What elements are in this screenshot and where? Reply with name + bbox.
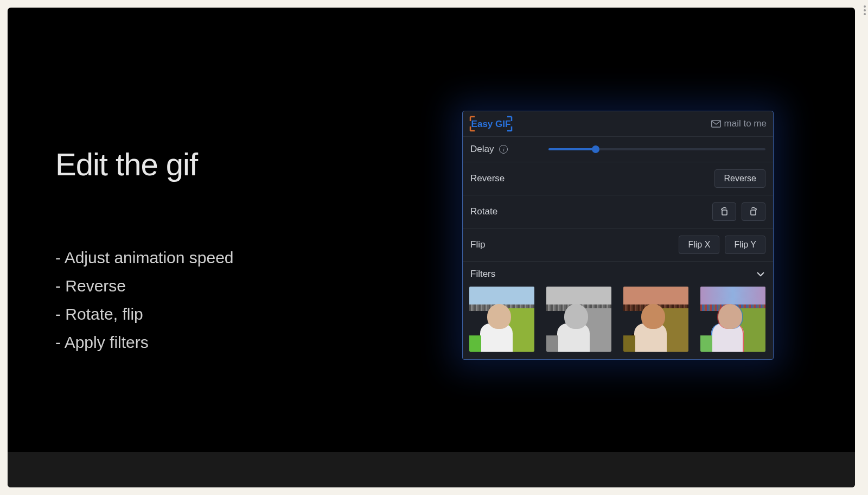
window-drag-handle [864,5,866,15]
slider-thumb[interactable] [592,145,599,153]
flip-y-button[interactable]: Flip Y [725,236,765,254]
mail-icon [711,120,721,128]
outer-window: Edit the gif - Adjust animation speed - … [1,1,855,494]
list-item: - Apply filters [55,329,234,356]
svg-text:Easy GIF: Easy GIF [471,119,511,129]
app-logo: Easy GIF [468,116,514,132]
rotate-left-button[interactable] [712,202,736,221]
filter-thumbnails [463,287,773,359]
flip-label: Flip [470,239,485,250]
reverse-row: Reverse Reverse [463,162,773,195]
rotate-row: Rotate [463,195,773,229]
page-title: Edit the gif [55,146,234,182]
left-text-section: Edit the gif - Adjust animation speed - … [55,146,234,358]
svg-rect-2 [722,210,727,215]
logo-icon: Easy GIF [468,116,514,132]
delay-label: Delay [470,144,494,155]
reverse-button[interactable]: Reverse [714,169,765,188]
rotate-right-button[interactable] [742,202,765,221]
filters-label: Filters [470,269,495,280]
rotate-right-icon [749,207,758,217]
filter-thumb-normal[interactable] [469,287,534,352]
filters-row[interactable]: Filters [463,262,773,287]
info-icon[interactable]: i [499,145,508,154]
rotate-label: Rotate [470,206,497,217]
filter-thumb-glitch[interactable] [700,287,765,352]
list-item: - Reverse [55,273,234,299]
delay-row: Delay i [463,137,773,162]
list-item: - Adjust animation speed [55,245,234,271]
panel-header: Easy GIF mail to me [463,111,773,137]
footer-bar [8,452,855,487]
flip-row: Flip Flip X Flip Y [463,229,773,262]
rotate-left-icon [719,207,729,217]
filter-thumb-warm[interactable] [623,287,688,352]
flip-x-button[interactable]: Flip X [679,236,719,254]
mail-to-me-link[interactable]: mail to me [711,118,767,129]
chevron-down-icon [756,269,765,279]
feature-list: - Adjust animation speed - Reverse - Rot… [55,245,234,356]
reverse-label: Reverse [470,173,505,184]
list-item: - Rotate, flip [55,301,234,327]
mail-label: mail to me [724,118,767,129]
svg-rect-3 [751,210,756,215]
slide-canvas: Edit the gif - Adjust animation speed - … [8,8,855,487]
delay-slider[interactable] [548,148,765,150]
filter-thumb-grayscale[interactable] [546,287,611,352]
editor-panel: Easy GIF mail to me Delay i [462,111,774,360]
svg-rect-1 [711,120,720,128]
